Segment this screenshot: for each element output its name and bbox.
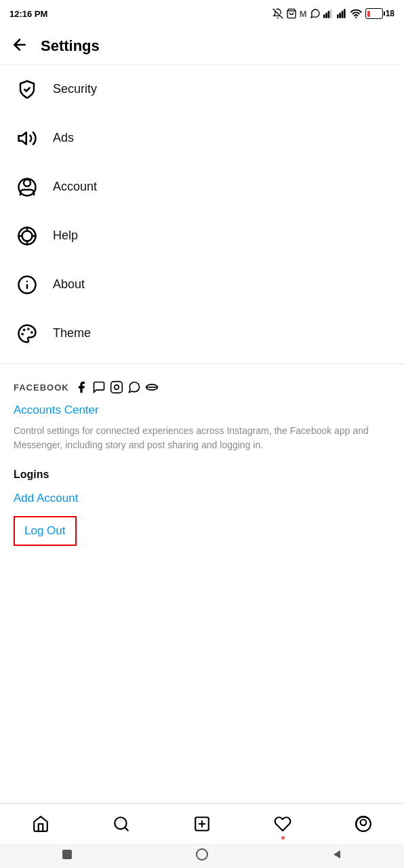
help-icon xyxy=(14,222,41,250)
svg-point-26 xyxy=(24,329,24,330)
nav-add[interactable] xyxy=(161,804,242,844)
svg-rect-7 xyxy=(339,13,341,18)
android-home-button[interactable] xyxy=(195,848,209,864)
home-icon xyxy=(32,815,49,833)
heart-dot xyxy=(281,836,285,840)
android-back-button[interactable] xyxy=(331,848,343,863)
svg-point-13 xyxy=(24,179,31,186)
accounts-center-link[interactable]: Accounts Center xyxy=(14,403,390,417)
add-icon xyxy=(193,815,211,833)
theme-icon xyxy=(14,320,41,347)
svg-point-24 xyxy=(28,328,28,329)
about-label: About xyxy=(53,277,85,292)
back-button[interactable] xyxy=(11,36,28,56)
ads-label: Ads xyxy=(53,131,74,145)
svg-rect-5 xyxy=(330,9,332,18)
shop-icon xyxy=(286,8,297,19)
android-recents-button[interactable] xyxy=(61,848,73,863)
help-label: Help xyxy=(53,229,78,243)
heart-icon xyxy=(274,815,291,833)
oculus-icon xyxy=(145,380,159,394)
svg-point-16 xyxy=(22,231,33,241)
status-time: 12:16 PM xyxy=(9,9,47,19)
account-icon xyxy=(14,174,41,201)
android-triangle-icon xyxy=(331,848,343,861)
page-title: Settings xyxy=(41,37,100,55)
svg-point-41 xyxy=(197,849,207,860)
svg-point-10 xyxy=(355,17,357,18)
about-icon xyxy=(14,271,41,298)
accounts-center-description: Control settings for connected experienc… xyxy=(14,424,390,452)
android-circle-icon xyxy=(195,848,209,861)
security-label: Security xyxy=(53,82,97,96)
instagram-icon xyxy=(110,380,123,394)
menu-item-account[interactable]: Account xyxy=(0,163,404,212)
svg-marker-12 xyxy=(19,132,26,144)
facebook-icons xyxy=(75,380,159,394)
menu-item-theme[interactable]: Theme xyxy=(0,309,404,358)
facebook-header: FACEBOOK xyxy=(14,380,390,394)
nav-profile[interactable] xyxy=(323,804,404,844)
facebook-section: FACEBOOK xyxy=(0,370,404,452)
svg-point-27 xyxy=(22,334,23,334)
svg-rect-6 xyxy=(337,14,339,18)
svg-rect-8 xyxy=(341,11,343,18)
profile-icon xyxy=(355,815,372,833)
menu-item-ads[interactable]: Ads xyxy=(0,114,404,163)
logins-title: Logins xyxy=(14,469,390,481)
whatsapp2-icon xyxy=(127,380,141,394)
section-divider xyxy=(0,363,404,364)
page-header: Settings xyxy=(0,27,404,65)
svg-rect-2 xyxy=(323,14,325,18)
theme-label: Theme xyxy=(53,326,91,340)
status-bar: 12:16 PM M xyxy=(0,0,404,27)
whatsapp-icon xyxy=(310,8,321,19)
signal2-icon xyxy=(337,9,348,18)
bottom-nav xyxy=(0,803,404,844)
android-nav xyxy=(0,844,404,868)
ads-icon xyxy=(14,125,41,152)
nav-heart[interactable] xyxy=(243,804,323,844)
svg-rect-9 xyxy=(344,9,346,18)
search-icon xyxy=(113,815,130,833)
status-icons: M 18 xyxy=(272,8,395,19)
android-square-icon xyxy=(61,848,73,861)
battery-percent: 18 xyxy=(386,9,395,18)
svg-rect-40 xyxy=(62,850,72,859)
svg-line-35 xyxy=(125,827,128,831)
log-out-link[interactable]: Log Out xyxy=(14,516,77,546)
gmail-icon: M xyxy=(300,9,307,19)
menu-item-security[interactable]: Security xyxy=(0,65,404,114)
nav-search[interactable] xyxy=(81,804,161,844)
battery-icon xyxy=(365,8,383,19)
messenger-icon xyxy=(92,380,106,394)
svg-rect-3 xyxy=(325,13,327,18)
account-label: Account xyxy=(53,180,97,194)
menu-item-about[interactable]: About xyxy=(0,260,404,309)
facebook-label: FACEBOOK xyxy=(14,382,69,393)
svg-rect-4 xyxy=(327,11,329,18)
add-account-link[interactable]: Add Account xyxy=(14,492,390,505)
wifi-icon xyxy=(350,9,363,18)
svg-marker-42 xyxy=(334,850,340,859)
signal-icon xyxy=(323,9,334,18)
menu-item-help[interactable]: Help xyxy=(0,212,404,260)
main-content: Security Ads Account xyxy=(0,65,404,619)
security-icon xyxy=(14,76,41,103)
svg-point-25 xyxy=(31,332,32,332)
nav-home[interactable] xyxy=(0,804,81,844)
facebook-icon xyxy=(75,380,88,394)
logins-section: Logins Add Account Log Out xyxy=(0,469,404,551)
notif-mute-icon xyxy=(272,8,283,19)
svg-rect-30 xyxy=(110,382,122,393)
svg-line-0 xyxy=(272,9,283,19)
